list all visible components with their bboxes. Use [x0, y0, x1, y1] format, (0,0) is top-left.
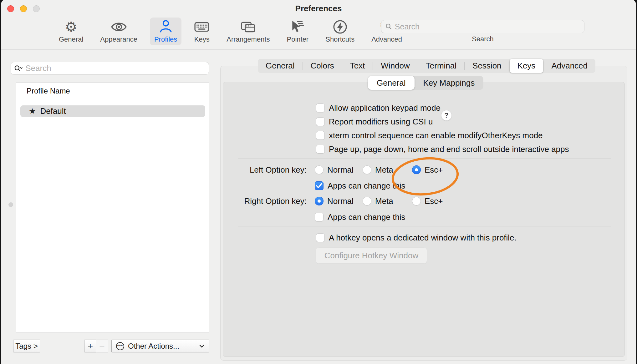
- checkbox-label: Apps can change this: [328, 181, 405, 191]
- radio-normal[interactable]: [315, 197, 324, 205]
- profile-search-field: [11, 62, 209, 75]
- search-menu-icon: [14, 65, 23, 72]
- hotkey-window-checkbox[interactable]: [316, 233, 325, 242]
- tab-session[interactable]: Session: [465, 59, 509, 73]
- star-icon: ★: [29, 107, 36, 116]
- right-option-key-label: Right Option key:: [223, 196, 307, 206]
- preferences-window: Preferences ⚙ General Appearance: [1, 0, 636, 364]
- right-option-meta[interactable]: Meta: [363, 196, 393, 206]
- tab-window[interactable]: Window: [373, 59, 417, 73]
- tab-keys[interactable]: Keys: [510, 59, 543, 73]
- left-option-esc[interactable]: Esc+: [412, 165, 443, 175]
- left-option-key-label: Left Option key:: [223, 165, 307, 175]
- toolbar-search-input[interactable]: [395, 22, 580, 31]
- profile-name: Default: [40, 106, 66, 116]
- checkbox-label: A hotkey opens a dedicated window with t…: [329, 233, 517, 243]
- subtab-key-mappings[interactable]: Key Mappings: [415, 76, 484, 90]
- checkbox-row: xterm control sequence can enable modify…: [316, 130, 543, 140]
- radio-meta[interactable]: [363, 197, 371, 205]
- toolbar-search-field: [381, 20, 584, 33]
- profile-tabbar: General Colors Text Window Terminal Sess…: [258, 59, 595, 73]
- radio-normal[interactable]: [315, 165, 324, 174]
- gear-icon: ⚙: [63, 19, 79, 35]
- toolbar-item-profiles[interactable]: Profiles: [150, 18, 181, 45]
- cursor-icon: [290, 19, 305, 35]
- checkbox-row: Page up, page down, home and end scroll …: [316, 144, 569, 154]
- windows-icon: [240, 19, 256, 35]
- keyboard-icon: [194, 19, 210, 35]
- profile-list-header: Profile Name: [16, 83, 209, 99]
- right-option-normal[interactable]: Normal: [315, 196, 354, 206]
- radio-esc[interactable]: [412, 197, 421, 205]
- checkbox-row: Allow application keypad mode: [316, 103, 441, 113]
- scroll-outside-apps-checkbox[interactable]: [316, 145, 325, 154]
- keypad-mode-checkbox[interactable]: [316, 104, 325, 112]
- toolbar-search-label: Search: [381, 35, 584, 43]
- checkbox-label: xterm control sequence can enable modify…: [329, 131, 543, 140]
- lightning-icon: [332, 19, 348, 35]
- checkbox-row: Report modifiers using CSI u: [316, 117, 433, 127]
- checkbox-row: Apps can change this: [315, 212, 405, 222]
- configure-hotkey-window-button: Configure Hotkey Window: [316, 247, 427, 264]
- radio-meta[interactable]: [363, 165, 371, 174]
- profile-list: Profile Name ★ Default: [16, 83, 209, 332]
- toolbar: ⚙ General Appearance Profiles: [54, 18, 406, 49]
- checkbox-label: Page up, page down, home and end scroll …: [329, 144, 569, 154]
- tab-terminal[interactable]: Terminal: [418, 59, 464, 73]
- search-icon: [385, 23, 392, 30]
- radio-esc[interactable]: [412, 165, 421, 174]
- checkbox-label: Report modifiers using CSI u: [329, 117, 433, 127]
- ellipsis-circle-icon: •••: [116, 342, 124, 350]
- tab-colors[interactable]: Colors: [303, 59, 342, 73]
- toolbar-item-arrangements[interactable]: Arrangements: [222, 18, 274, 45]
- tags-button[interactable]: Tags >: [13, 340, 40, 352]
- toolbar-item-shortcuts[interactable]: Shortcuts: [321, 18, 359, 45]
- keys-subtabbar: General Key Mappings: [368, 76, 483, 90]
- help-button[interactable]: ?: [441, 110, 452, 121]
- checkbox-row: Apps can change this: [315, 181, 405, 191]
- profile-row-default[interactable]: ★ Default: [20, 105, 205, 117]
- tab-general[interactable]: General: [258, 59, 303, 73]
- csi-u-checkbox[interactable]: [316, 117, 325, 126]
- toolbar-divider: [1, 49, 636, 50]
- checkbox-label: Apps can change this: [328, 212, 405, 222]
- subtab-general[interactable]: General: [368, 76, 415, 90]
- toolbar-item-keys[interactable]: Keys: [190, 18, 214, 45]
- toolbar-item-general[interactable]: ⚙ General: [54, 18, 88, 45]
- toolbar-item-pointer[interactable]: Pointer: [282, 18, 313, 45]
- right-option-esc[interactable]: Esc+: [412, 196, 443, 206]
- tab-text[interactable]: Text: [342, 59, 373, 73]
- right-apps-can-change-checkbox[interactable]: [315, 213, 324, 221]
- section-divider: [238, 226, 611, 226]
- person-icon: [158, 19, 174, 35]
- window-title: Preferences: [1, 4, 636, 13]
- left-option-meta[interactable]: Meta: [363, 165, 393, 175]
- eye-icon: [111, 19, 127, 35]
- checkbox-row: A hotkey opens a dedicated window with t…: [316, 233, 517, 243]
- splitter-handle[interactable]: [8, 202, 13, 207]
- keys-general-pane: Allow application keypad mode Report mod…: [223, 82, 625, 357]
- remove-profile-button: −: [96, 340, 108, 352]
- tab-advanced[interactable]: Advanced: [543, 59, 595, 73]
- section-divider: [238, 159, 611, 159]
- titlebar: Preferences: [1, 0, 636, 18]
- modify-other-keys-checkbox[interactable]: [316, 131, 325, 140]
- left-option-normal[interactable]: Normal: [315, 165, 354, 175]
- chevron-down-icon: [199, 345, 204, 348]
- checkbox-label: Allow application keypad mode: [329, 103, 441, 113]
- left-apps-can-change-checkbox[interactable]: [315, 181, 324, 190]
- add-profile-button[interactable]: +: [84, 340, 96, 352]
- other-actions-label: Other Actions...: [128, 342, 179, 351]
- profile-search-input[interactable]: [25, 63, 206, 73]
- toolbar-item-appearance[interactable]: Appearance: [96, 18, 142, 45]
- other-actions-dropdown[interactable]: ••• Other Actions...: [111, 340, 209, 352]
